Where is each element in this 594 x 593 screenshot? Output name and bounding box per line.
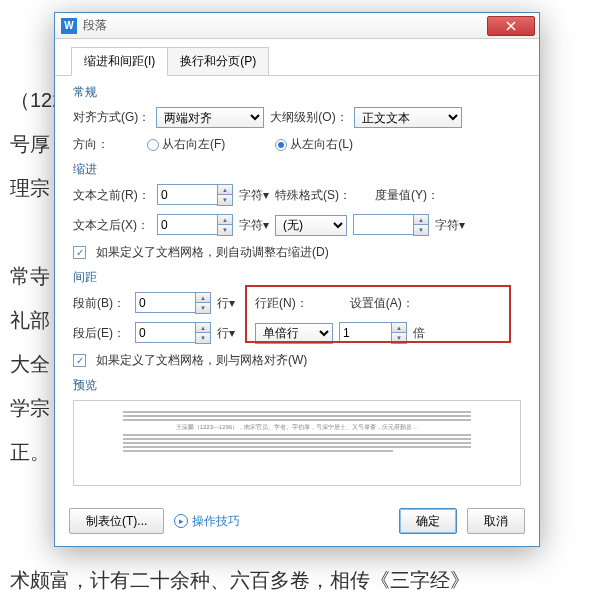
info-icon: ▸ (174, 514, 188, 528)
preview-box: 王应麟（1223—1296），南宋官员、学者。字伯厚，号深宁居士、又号厚斋，庆元… (73, 400, 521, 486)
after-text-input[interactable] (157, 214, 217, 235)
tabs-button[interactable]: 制表位(T)... (69, 508, 164, 534)
unit-char: 字符▾ (435, 217, 465, 234)
close-button[interactable] (487, 16, 535, 36)
spin-up-icon[interactable]: ▲ (218, 215, 232, 225)
app-icon: W (61, 18, 77, 34)
after-para-label: 段后(E)： (73, 325, 129, 342)
before-text-label: 文本之前(R)： (73, 187, 151, 204)
radio-icon (147, 139, 159, 151)
auto-indent-label: 如果定义了文档网格，则自动调整右缩进(D) (96, 244, 329, 261)
spin-down-icon[interactable]: ▼ (196, 303, 210, 313)
tabstrip: 缩进和间距(I) 换行和分页(P) (55, 39, 539, 76)
align-label: 对齐方式(G)： (73, 109, 150, 126)
unit-line: 行▾ (217, 325, 235, 342)
spin-down-icon[interactable]: ▼ (196, 333, 210, 343)
after-para-input[interactable] (135, 322, 195, 343)
tab-line-page-break[interactable]: 换行和分页(P) (168, 47, 269, 76)
tips-link[interactable]: ▸ 操作技巧 (174, 513, 240, 530)
special-label: 特殊格式(S)： (275, 187, 351, 204)
before-para-spinner[interactable]: ▲▼ (135, 292, 211, 314)
after-text-label: 文本之后(X)： (73, 217, 151, 234)
measure-spinner[interactable]: ▲▼ (353, 214, 429, 236)
close-icon (506, 21, 516, 31)
measure-input[interactable] (353, 214, 413, 235)
outline-select[interactable]: 正文文本 (354, 107, 462, 128)
radio-icon (275, 139, 287, 151)
set-value-spinner[interactable]: ▲▼ (339, 322, 407, 344)
spin-up-icon[interactable]: ▲ (218, 185, 232, 195)
group-preview: 预览 (73, 377, 521, 394)
spin-down-icon[interactable]: ▼ (218, 195, 232, 205)
set-value-label: 设置值(A)： (350, 295, 414, 312)
spin-up-icon[interactable]: ▲ (196, 323, 210, 333)
group-general: 常规 (73, 84, 521, 101)
direction-label: 方向： (73, 136, 109, 153)
cancel-button[interactable]: 取消 (467, 508, 525, 534)
spin-up-icon[interactable]: ▲ (392, 323, 406, 333)
set-value-input[interactable] (339, 322, 391, 343)
spin-down-icon[interactable]: ▼ (392, 333, 406, 343)
line-spacing-label: 行距(N)： (255, 295, 308, 312)
direction-ltr-radio[interactable]: 从左向右(L) (275, 136, 353, 153)
spin-down-icon[interactable]: ▼ (414, 225, 428, 235)
ok-button[interactable]: 确定 (399, 508, 457, 534)
before-para-input[interactable] (135, 292, 195, 313)
after-para-spinner[interactable]: ▲▼ (135, 322, 211, 344)
align-select[interactable]: 两端对齐 (156, 107, 264, 128)
outline-label: 大纲级别(O)： (270, 109, 347, 126)
titlebar: W 段落 (55, 13, 539, 39)
dialog-title: 段落 (83, 17, 107, 34)
snap-grid-checkbox[interactable] (73, 354, 86, 367)
tab-indent-spacing[interactable]: 缩进和间距(I) (71, 47, 168, 76)
unit-char: 字符▾ (239, 187, 269, 204)
after-text-spinner[interactable]: ▲▼ (157, 214, 233, 236)
before-text-input[interactable] (157, 184, 217, 205)
unit-line: 行▾ (217, 295, 235, 312)
unit-bei: 倍 (413, 325, 425, 342)
unit-char: 字符▾ (239, 217, 269, 234)
auto-indent-checkbox[interactable] (73, 246, 86, 259)
line-spacing-select[interactable]: 单倍行距 (255, 323, 333, 344)
group-spacing: 间距 (73, 269, 521, 286)
group-indent: 缩进 (73, 161, 521, 178)
bg-line: 术颇富，计有二十余种、六百多卷，相传《三字经》 (0, 558, 594, 593)
spin-up-icon[interactable]: ▲ (196, 293, 210, 303)
spin-up-icon[interactable]: ▲ (414, 215, 428, 225)
paragraph-dialog: W 段落 缩进和间距(I) 换行和分页(P) 常规 对齐方式(G)： 两端对齐 … (54, 12, 540, 547)
spin-down-icon[interactable]: ▼ (218, 225, 232, 235)
snap-grid-label: 如果定义了文档网格，则与网格对齐(W) (96, 352, 307, 369)
measure-label: 度量值(Y)： (375, 187, 439, 204)
before-text-spinner[interactable]: ▲▼ (157, 184, 233, 206)
before-para-label: 段前(B)： (73, 295, 129, 312)
direction-rtl-radio[interactable]: 从右向左(F) (147, 136, 225, 153)
special-select[interactable]: (无) (275, 215, 347, 236)
